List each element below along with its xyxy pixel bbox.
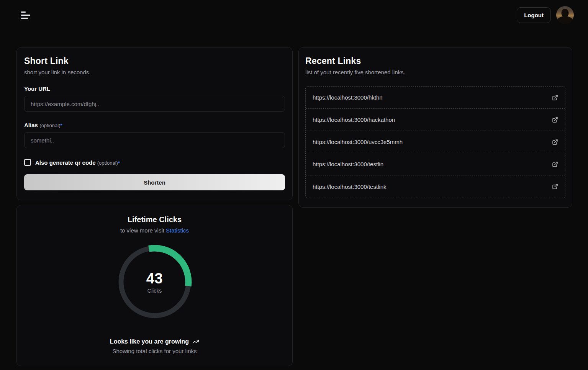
alias-required-mark: * (61, 123, 62, 128)
recent-links-title: Recent Links (305, 56, 565, 66)
avatar-silhouette-shoulders (557, 16, 573, 24)
clicks-footer: Looks like you are growing Showing total… (110, 338, 199, 354)
logout-button[interactable]: Logout (517, 7, 551, 23)
menu-icon-line (21, 18, 28, 19)
qr-checkbox-label: Also generate qr code (optional)* (35, 159, 120, 166)
link-row[interactable]: https://localhost:3000/hkthn (306, 87, 565, 109)
qr-required-mark: * (118, 160, 120, 166)
external-link-icon[interactable] (552, 161, 558, 167)
external-link-icon[interactable] (552, 183, 558, 190)
qr-checkbox[interactable] (24, 159, 31, 166)
menu-icon-line (21, 15, 30, 16)
recent-links-list: https://localhost:3000/hkthn https://loc… (305, 86, 565, 198)
recent-links-subtitle: list of yout recently five shortened lin… (305, 69, 565, 75)
external-link-icon[interactable] (552, 139, 558, 145)
menu-icon-line (21, 11, 26, 13)
external-link-icon[interactable] (552, 117, 558, 123)
alias-label-row: Alias (optional)* (24, 122, 285, 129)
short-link-title: Short Link (24, 56, 285, 66)
link-row[interactable]: https://localhost:3000/testlin (306, 153, 565, 175)
clicks-count-label: Clicks (147, 288, 162, 294)
topbar-right: Logout (517, 6, 574, 24)
link-row[interactable]: https://localhost:3000/uvcc3e5mmh (306, 131, 565, 153)
alias-optional-label: (optional) (39, 123, 60, 128)
avatar[interactable] (556, 6, 574, 24)
recent-links-card: Recent Links list of yout recently five … (298, 47, 572, 208)
clicks-donut-chart: 43 Clicks (116, 244, 193, 320)
shorten-button[interactable]: Shorten (24, 174, 285, 190)
link-url[interactable]: https://localhost:3000/hkthn (313, 94, 383, 101)
clicks-footer-subtitle: Showing total clicks for your links (110, 348, 199, 354)
clicks-count: 43 (146, 270, 163, 287)
short-link-subtitle: short your link in seconds. (24, 69, 285, 75)
lifetime-clicks-title: Lifetime Clicks (128, 215, 182, 224)
statistics-link[interactable]: Statistics (166, 227, 189, 234)
short-link-card: Short Link short your link in seconds. Y… (16, 47, 293, 200)
lifetime-clicks-card: Lifetime Clicks to view more visit Stati… (16, 205, 293, 366)
donut-center: 43 Clicks (116, 244, 193, 320)
url-input[interactable] (24, 96, 285, 112)
main-content: Short Link short your link in seconds. Y… (0, 30, 588, 366)
link-url[interactable]: https://localhost:3000/hackathon (313, 116, 395, 123)
alias-label: Alias (24, 122, 38, 128)
qr-label-text: Also generate qr code (35, 159, 96, 166)
alias-input[interactable] (24, 132, 285, 148)
topbar: Logout (0, 0, 588, 30)
subtitle-prefix: to view more visit (120, 227, 166, 234)
qr-checkbox-row: Also generate qr code (optional)* (24, 159, 285, 166)
qr-optional-label: (optional) (97, 160, 118, 166)
url-label-row: Your URL (24, 85, 285, 92)
menu-icon[interactable] (21, 10, 30, 20)
lifetime-clicks-subtitle: to view more visit Statistics (120, 227, 189, 234)
link-row[interactable]: https://localhost:3000/hackathon (306, 109, 565, 131)
external-link-icon[interactable] (552, 95, 558, 101)
link-url[interactable]: https://localhost:3000/testlin (313, 161, 383, 167)
url-label: Your URL (24, 85, 50, 92)
link-url[interactable]: https://localhost:3000/uvcc3e5mmh (313, 139, 403, 145)
link-url[interactable]: https://localhost:3000/testlink (313, 183, 387, 190)
trending-up-icon (192, 338, 199, 345)
growth-message: Looks like you are growing (110, 338, 199, 345)
link-row[interactable]: https://localhost:3000/testlink (306, 175, 565, 198)
left-column: Short Link short your link in seconds. Y… (16, 47, 293, 366)
growth-message-text: Looks like you are growing (110, 338, 189, 345)
